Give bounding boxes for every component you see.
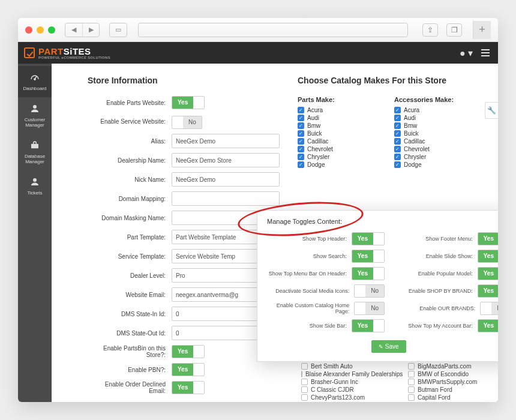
- make-item[interactable]: Acura: [298, 107, 386, 113]
- hamburger-icon[interactable]: [481, 49, 490, 56]
- url-bar[interactable]: [138, 23, 408, 37]
- toggle[interactable]: Yes: [478, 319, 498, 332]
- content-area: Store Information Enable Parts Website:Y…: [52, 64, 498, 402]
- make-item[interactable]: Bmw: [298, 122, 386, 129]
- make-item[interactable]: Dodge: [298, 161, 386, 168]
- make-item[interactable]: Dodge: [394, 161, 482, 168]
- checkbox-icon[interactable]: [298, 107, 304, 113]
- list-item[interactable]: Blaise Alexander Family Dealerships: [301, 371, 397, 377]
- enable-order-email-toggle[interactable]: Yes: [172, 381, 205, 394]
- nick-input[interactable]: [172, 172, 280, 187]
- checkbox-icon[interactable]: [408, 394, 415, 401]
- checkbox-icon[interactable]: [408, 363, 415, 370]
- list-item[interactable]: BigMazdaParts.com: [408, 363, 498, 370]
- alias-input[interactable]: [172, 134, 280, 148]
- sidebar-item-database-manager[interactable]: Database Manager: [18, 134, 52, 170]
- checkbox-icon[interactable]: [394, 115, 401, 121]
- make-item[interactable]: Cadillac: [298, 138, 386, 145]
- list-item[interactable]: ChevyParts123.com: [301, 394, 397, 401]
- list-item[interactable]: Capital Ford: [408, 394, 498, 401]
- make-item[interactable]: Chevrolet: [298, 146, 386, 152]
- minimize-window-icon[interactable]: [37, 26, 44, 34]
- checkbox-icon[interactable]: [298, 122, 304, 129]
- enable-parts-toggle[interactable]: Yes: [172, 96, 205, 109]
- checkbox-icon[interactable]: [301, 394, 308, 401]
- toggle[interactable]: Yes: [478, 284, 498, 298]
- toggle-label: Show Footer Menu:: [393, 236, 478, 242]
- sidebar-icon[interactable]: ▭: [110, 23, 127, 37]
- checkbox-icon[interactable]: [394, 138, 401, 145]
- checkbox-icon[interactable]: [298, 115, 304, 121]
- domain-mapping-input[interactable]: [172, 191, 280, 206]
- make-item[interactable]: Cadillac: [394, 138, 482, 145]
- checkbox-icon[interactable]: [298, 138, 304, 145]
- tabs-icon[interactable]: ❐: [446, 23, 462, 37]
- checkbox-icon[interactable]: [408, 371, 415, 377]
- checkbox-icon[interactable]: [394, 161, 401, 168]
- sidebar-item-tickets[interactable]: Tickets: [18, 170, 52, 202]
- sidebar-item-dashboard[interactable]: Dashboard: [18, 66, 52, 97]
- new-tab-button[interactable]: +: [473, 21, 491, 39]
- toggle[interactable]: Yes: [478, 267, 498, 280]
- checkbox-icon[interactable]: [394, 154, 401, 160]
- checkbox-icon[interactable]: [298, 161, 304, 168]
- settings-tab-icon[interactable]: 🔧: [485, 102, 498, 119]
- make-item[interactable]: Bmw: [394, 122, 482, 129]
- make-item[interactable]: Chrysler: [298, 154, 386, 160]
- list-item[interactable]: Bert Smith Auto: [301, 363, 397, 370]
- checkbox-icon[interactable]: [394, 122, 401, 129]
- make-item[interactable]: Audi: [394, 115, 482, 121]
- svg-point-3: [33, 178, 37, 182]
- toggle[interactable]: Yes: [478, 232, 498, 245]
- forward-button[interactable]: ▶: [82, 23, 99, 37]
- make-label: Chevrolet: [404, 146, 430, 152]
- checkbox-icon[interactable]: [298, 146, 304, 152]
- enable-pbn-toggle[interactable]: Yes: [172, 363, 205, 376]
- make-item[interactable]: Acura: [394, 107, 482, 113]
- checkbox-icon[interactable]: [301, 386, 308, 393]
- list-item[interactable]: C Classic CJDR: [301, 386, 397, 393]
- share-icon[interactable]: ⇪: [422, 23, 438, 37]
- make-item[interactable]: Buick: [394, 130, 482, 137]
- back-button[interactable]: ◀: [65, 23, 82, 37]
- toggle[interactable]: No: [480, 302, 498, 315]
- checkbox-icon[interactable]: [298, 154, 304, 160]
- checkbox-icon[interactable]: [394, 130, 401, 137]
- checkbox-icon[interactable]: [301, 363, 308, 370]
- checkbox-icon[interactable]: [408, 379, 415, 385]
- checkbox-icon[interactable]: [394, 146, 401, 152]
- checkbox-icon[interactable]: [408, 386, 415, 393]
- list-item[interactable]: BMW of Escondido: [408, 371, 498, 377]
- make-item[interactable]: Chrysler: [394, 154, 482, 160]
- checkbox-icon[interactable]: [298, 130, 304, 137]
- make-item[interactable]: Audi: [298, 115, 386, 121]
- list-item[interactable]: BMWPartsSupply.com: [408, 379, 498, 385]
- enable-service-toggle[interactable]: No: [172, 116, 202, 129]
- list-item[interactable]: Butman Ford: [408, 386, 498, 393]
- logo-tagline: POWERFUL eCOMMERCE SOLUTIONS: [38, 56, 110, 59]
- save-button[interactable]: Save: [371, 340, 406, 353]
- close-window-icon[interactable]: [25, 26, 32, 34]
- toggle[interactable]: Yes: [352, 319, 385, 332]
- maximize-window-icon[interactable]: [48, 26, 55, 34]
- checkbox-icon[interactable]: [394, 107, 401, 113]
- toggle[interactable]: No: [354, 302, 385, 315]
- toggle[interactable]: No: [354, 284, 385, 298]
- dealership-label: Dealership Name:: [88, 157, 172, 164]
- toggle-label: Enable Custom Catalog Home Page:: [267, 302, 354, 315]
- user-menu-icon[interactable]: ● ▾: [460, 47, 473, 59]
- enable-partsbin-toggle[interactable]: Yes: [172, 345, 205, 358]
- checkbox-icon[interactable]: [301, 371, 302, 377]
- make-item[interactable]: Buick: [298, 130, 386, 137]
- list-item-label: BMWPartsSupply.com: [418, 379, 477, 385]
- make-item[interactable]: Chevrolet: [394, 146, 482, 152]
- checkbox-icon[interactable]: [301, 379, 308, 385]
- sidebar-item-customer-manager[interactable]: Customer Manager: [18, 97, 52, 134]
- list-item[interactable]: Brasher-Gunn Inc: [301, 379, 397, 385]
- toggle-label: Enable OUR BRANDS:: [393, 305, 480, 311]
- toggle[interactable]: Yes: [478, 250, 498, 263]
- dealership-input[interactable]: [172, 153, 280, 167]
- toggle[interactable]: Yes: [352, 250, 385, 263]
- toggle[interactable]: Yes: [352, 232, 385, 245]
- toggle[interactable]: Yes: [352, 267, 385, 280]
